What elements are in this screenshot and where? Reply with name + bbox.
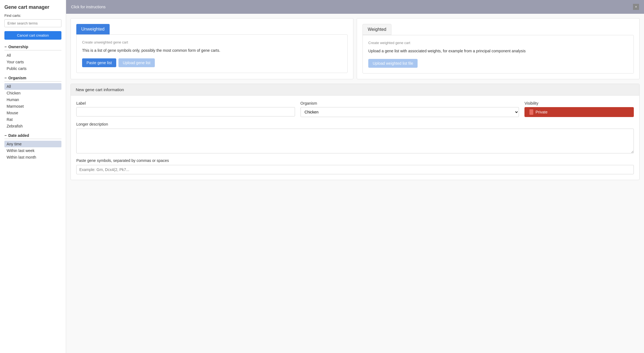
- form-row-top: Label Organism Chicken Human Marmoset Mo…: [76, 101, 634, 117]
- sidebar-item-your-carts[interactable]: Your carts: [4, 59, 61, 65]
- weighted-card: Weighted Create weighted gene cart Uploa…: [357, 18, 640, 79]
- sidebar-item-within-last-month[interactable]: Within last month: [4, 154, 61, 161]
- sidebar-item-marmoset[interactable]: Marmoset: [4, 103, 61, 110]
- visibility-label: Private: [535, 110, 548, 114]
- upload-weighted-list-button[interactable]: Upload weighted list file: [368, 59, 418, 68]
- sidebar-item-rat[interactable]: Rat: [4, 116, 61, 123]
- new-gene-cart-info-section: New gene cart information Label Organism…: [71, 84, 640, 180]
- page-title: Gene cart manager: [4, 4, 61, 10]
- close-instructions-button[interactable]: ×: [633, 4, 639, 10]
- sidebar-item-chicken[interactable]: Chicken: [4, 90, 61, 96]
- date-added-header: − Date added: [4, 133, 61, 139]
- organism-group: Organism Chicken Human Marmoset Mouse Ra…: [301, 101, 519, 117]
- organism-header: − Organism: [4, 76, 61, 82]
- organism-section: − Organism All Chicken Human Marmoset Mo…: [4, 76, 61, 129]
- ownership-section: − Ownership All Your carts Public carts: [4, 45, 61, 72]
- sidebar: Gene cart manager Find carts: Cancel car…: [0, 0, 66, 353]
- weighted-tab[interactable]: Weighted: [362, 24, 391, 35]
- unweighted-tab[interactable]: Unweighted: [76, 24, 110, 34]
- description-label: Longer description: [76, 122, 108, 126]
- label-input[interactable]: [76, 107, 295, 116]
- sidebar-item-mouse[interactable]: Mouse: [4, 110, 61, 116]
- visibility-toggle-button[interactable]: Private: [524, 107, 634, 117]
- paste-symbols-input[interactable]: [76, 165, 634, 174]
- instructions-bar[interactable]: Click for instructions ×: [66, 0, 644, 14]
- weighted-buttons: Upload weighted list file: [368, 59, 628, 68]
- find-carts-label: Find carts:: [4, 13, 61, 18]
- visibility-group: Visibility Private: [524, 101, 634, 117]
- sidebar-item-zebrafish[interactable]: Zebrafish: [4, 123, 61, 129]
- weighted-description: Upload a gene list with associated weigh…: [368, 48, 628, 54]
- paste-symbols-label: Paste gene symbols, separated by commas …: [76, 158, 634, 163]
- unweighted-buttons: Paste gene list Upload gene list: [82, 58, 342, 67]
- ownership-header: − Ownership: [4, 45, 61, 50]
- unweighted-card: Unweighted Create unweighted gene cart T…: [71, 18, 353, 79]
- main-content: Click for instructions × Unweighted Crea…: [66, 0, 644, 353]
- unweighted-subtitle: Create unweighted gene cart: [82, 40, 342, 44]
- cart-type-cards: Unweighted Create unweighted gene cart T…: [66, 14, 644, 84]
- unweighted-description: This is a list of gene symbols only, pos…: [82, 48, 342, 53]
- paste-symbols-group: Paste gene symbols, separated by commas …: [76, 158, 634, 174]
- sidebar-item-human[interactable]: Human: [4, 96, 61, 103]
- lock-icon: [529, 109, 533, 115]
- organism-select[interactable]: Chicken Human Marmoset Mouse Rat Zebrafi…: [301, 107, 519, 117]
- instructions-label: Click for instructions: [71, 5, 105, 9]
- sidebar-item-all-organism[interactable]: All: [4, 83, 61, 90]
- sidebar-item-any-time[interactable]: Any time: [4, 141, 61, 147]
- cancel-cart-creation-button[interactable]: Cancel cart creation: [4, 31, 61, 40]
- sidebar-item-public-carts[interactable]: Public carts: [4, 65, 61, 72]
- description-textarea[interactable]: [76, 129, 634, 153]
- sidebar-item-all-ownership[interactable]: All: [4, 52, 61, 59]
- label-group: Label: [76, 101, 295, 116]
- upload-gene-list-button[interactable]: Upload gene list: [118, 58, 155, 67]
- date-added-section: − Date added Any time Within last week W…: [4, 133, 61, 161]
- weighted-subtitle: Create weighted gene cart: [368, 41, 628, 45]
- form-row-description: Longer description: [76, 122, 634, 153]
- unweighted-card-body: Create unweighted gene cart This is a li…: [76, 34, 348, 73]
- organism-field-label: Organism: [301, 101, 519, 105]
- info-section-body: Label Organism Chicken Human Marmoset Mo…: [71, 96, 639, 180]
- sidebar-item-within-last-week[interactable]: Within last week: [4, 147, 61, 154]
- search-input[interactable]: [4, 19, 61, 27]
- visibility-field-label: Visibility: [524, 101, 634, 105]
- paste-gene-list-button[interactable]: Paste gene list: [82, 58, 116, 67]
- label-field-label: Label: [76, 101, 295, 105]
- weighted-card-body: Create weighted gene cart Upload a gene …: [362, 35, 634, 74]
- info-section-header: New gene cart information: [71, 84, 639, 96]
